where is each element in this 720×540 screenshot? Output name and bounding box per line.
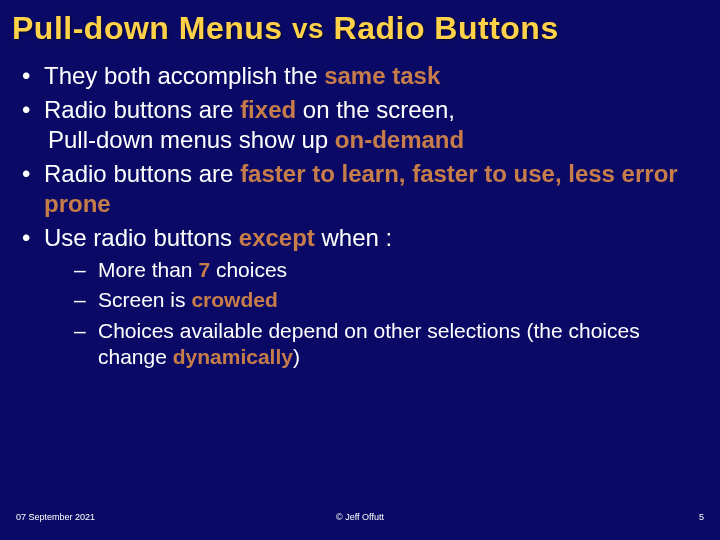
body-text: Pull-down menus show up	[48, 126, 335, 153]
bullet-item: They both accomplish the same task	[16, 61, 708, 91]
body-text: Use radio buttons	[44, 224, 239, 251]
title-post: Radio Buttons	[324, 10, 559, 46]
title-pre: Pull-down Menus	[12, 10, 292, 46]
body-text: on the screen,	[296, 96, 455, 123]
body-text: when :	[315, 224, 392, 251]
footer-date: 07 September 2021	[16, 512, 95, 522]
body-text: More than	[98, 258, 198, 281]
title-vs: vs	[292, 13, 324, 44]
body-text: )	[293, 345, 300, 368]
footer-page-number: 5	[699, 512, 704, 522]
sub-bullet-list: More than 7 choicesScreen is crowdedChoi…	[44, 257, 708, 370]
sub-bullet-item: Choices available depend on other select…	[74, 318, 708, 371]
body-text: Radio buttons are	[44, 160, 240, 187]
highlight-text: same task	[324, 62, 440, 89]
footer: 07 September 2021 © Jeff Offutt 5	[0, 512, 720, 528]
highlight-text: 7	[198, 258, 210, 281]
bullet-item: Use radio buttons except when :More than…	[16, 223, 708, 370]
highlight-text: dynamically	[173, 345, 293, 368]
bullet-item: Radio buttons are faster to learn, faste…	[16, 159, 708, 219]
highlight-text: fixed	[240, 96, 296, 123]
body-text: Screen is	[98, 288, 191, 311]
body-text: They both accomplish the	[44, 62, 324, 89]
highlight-text: on-demand	[335, 126, 464, 153]
highlight-text: crowded	[191, 288, 277, 311]
highlight-text: except	[239, 224, 315, 251]
bullet-list: They both accomplish the same taskRadio …	[12, 61, 708, 370]
footer-copyright: © Jeff Offutt	[336, 512, 384, 522]
sub-bullet-item: Screen is crowded	[74, 287, 708, 313]
bullet-item: Radio buttons are fixed on the screen, P…	[16, 95, 708, 155]
sub-bullet-item: More than 7 choices	[74, 257, 708, 283]
body-text: Radio buttons are	[44, 96, 240, 123]
slide-title: Pull-down Menus vs Radio Buttons	[12, 10, 708, 47]
body-text: choices	[210, 258, 287, 281]
bullet-continuation: Pull-down menus show up on-demand	[44, 125, 708, 155]
slide: Pull-down Menus vs Radio Buttons They bo…	[0, 0, 720, 540]
